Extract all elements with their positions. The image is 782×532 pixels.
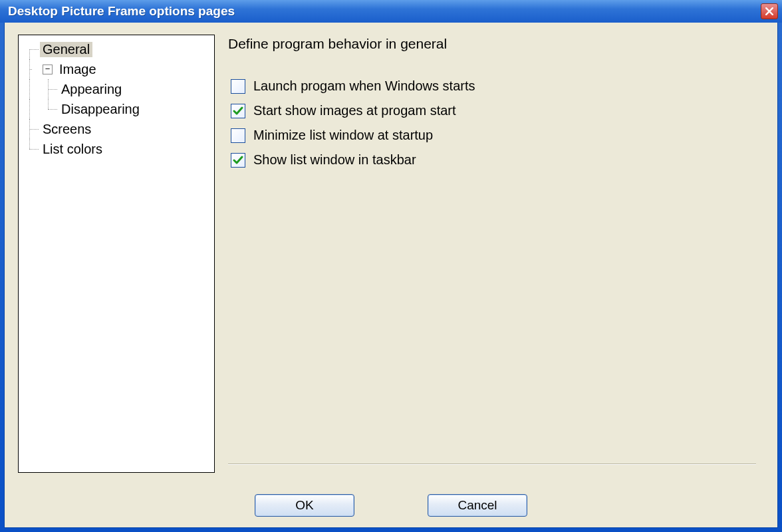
content-area: General − Image Appearing bbox=[5, 23, 777, 473]
tree-connector bbox=[21, 39, 40, 59]
cancel-button[interactable]: Cancel bbox=[428, 494, 527, 517]
panel-separator bbox=[228, 464, 756, 465]
tree-label[interactable]: Image bbox=[57, 62, 99, 77]
option-label: Start show images at progam start bbox=[253, 103, 456, 118]
option-minimize-list-startup[interactable]: Minimize list window at startup bbox=[231, 128, 756, 143]
ok-button[interactable]: OK bbox=[255, 494, 354, 517]
tree-connector bbox=[40, 99, 59, 119]
tree-item-general[interactable]: General bbox=[21, 39, 211, 59]
panel-heading: Define program behavior in general bbox=[228, 36, 756, 52]
window-title: Desktop Picture Frame options pages bbox=[8, 4, 761, 19]
checkbox[interactable] bbox=[231, 79, 245, 94]
options-panel: Define program behavior in general Launc… bbox=[228, 35, 764, 473]
client-area: General − Image Appearing bbox=[4, 23, 778, 528]
checkbox[interactable] bbox=[231, 153, 245, 168]
tree-connector bbox=[21, 79, 40, 99]
option-label: Show list window in taskbar bbox=[253, 152, 416, 168]
category-tree[interactable]: General − Image Appearing bbox=[18, 35, 215, 473]
option-show-list-taskbar[interactable]: Show list window in taskbar bbox=[231, 152, 756, 168]
option-launch-on-startup[interactable]: Launch progam when Windows starts bbox=[231, 78, 756, 94]
option-label: Launch progam when Windows starts bbox=[253, 78, 475, 94]
options-window: Desktop Picture Frame options pages Gene… bbox=[0, 0, 782, 532]
tree-connector bbox=[21, 59, 40, 79]
close-button[interactable] bbox=[761, 3, 778, 19]
tree-connector bbox=[21, 139, 40, 159]
tree-item-image[interactable]: − Image bbox=[21, 59, 211, 79]
tree-connector bbox=[40, 79, 59, 99]
tree-label[interactable]: Appearing bbox=[59, 82, 124, 97]
checkbox[interactable] bbox=[231, 128, 245, 143]
dialog-buttons: OK Cancel bbox=[5, 494, 777, 517]
tree-label[interactable]: List colors bbox=[40, 142, 105, 157]
tree-label[interactable]: Screens bbox=[40, 122, 94, 137]
option-start-show-on-launch[interactable]: Start show images at progam start bbox=[231, 103, 756, 118]
tree-item-disappearing[interactable]: Disappearing bbox=[21, 99, 211, 119]
tree-item-screens[interactable]: Screens bbox=[21, 119, 211, 139]
tree-connector bbox=[21, 99, 40, 119]
tree-item-appearing[interactable]: Appearing bbox=[21, 79, 211, 99]
close-icon bbox=[765, 4, 773, 19]
titlebar[interactable]: Desktop Picture Frame options pages bbox=[0, 0, 782, 23]
option-label: Minimize list window at startup bbox=[253, 128, 433, 143]
tree-label[interactable]: Disappearing bbox=[59, 102, 142, 117]
options-list: Launch progam when Windows starts Start … bbox=[231, 78, 756, 168]
tree-label[interactable]: General bbox=[40, 42, 92, 57]
checkbox[interactable] bbox=[231, 104, 245, 118]
tree-item-list-colors[interactable]: List colors bbox=[21, 139, 211, 159]
tree-connector bbox=[21, 119, 40, 139]
collapse-icon[interactable]: − bbox=[43, 65, 53, 74]
